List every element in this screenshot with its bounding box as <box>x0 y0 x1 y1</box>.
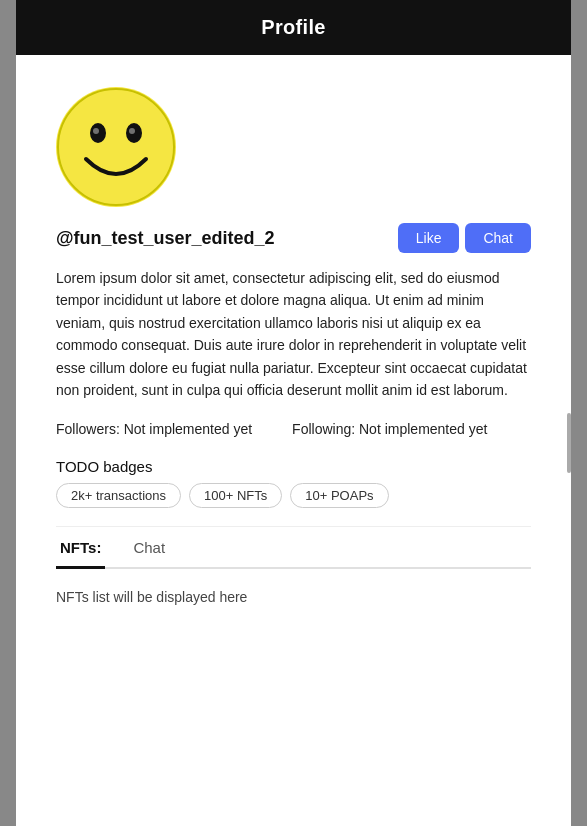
tab-nfts[interactable]: NFTs: <box>56 527 105 569</box>
svg-point-2 <box>93 128 99 134</box>
chat-button[interactable]: Chat <box>465 223 531 253</box>
badges-title: TODO badges <box>56 458 531 475</box>
scrollbar[interactable] <box>567 413 571 473</box>
tab-chat[interactable]: Chat <box>129 527 169 569</box>
followers-stat: Followers: Not implemented yet <box>56 419 252 440</box>
stats-row: Followers: Not implemented yet Following… <box>56 419 531 440</box>
username-row: @fun_test_user_edited_2 Like Chat <box>56 223 531 253</box>
profile-content: @fun_test_user_edited_2 Like Chat Lorem … <box>16 55 571 633</box>
badge-transactions: 2k+ transactions <box>56 483 181 508</box>
tabs-row: NFTs: Chat <box>56 527 531 569</box>
nfts-content: NFTs list will be displayed here <box>56 585 531 609</box>
badge-nfts: 100+ NFTs <box>189 483 282 508</box>
badges-row: 2k+ transactions 100+ NFTs 10+ POAPs <box>56 483 531 508</box>
tabs-section: NFTs: Chat NFTs list will be displayed h… <box>56 526 531 609</box>
badge-poaps: 10+ POAPs <box>290 483 388 508</box>
bio-text: Lorem ipsum dolor sit amet, consectetur … <box>56 267 531 401</box>
username: @fun_test_user_edited_2 <box>56 228 275 249</box>
like-button[interactable]: Like <box>398 223 460 253</box>
following-stat: Following: Not implemented yet <box>292 419 487 440</box>
app-container: Profile @fun_test_user_edited_2 <box>16 0 571 826</box>
badges-section: TODO badges 2k+ transactions 100+ NFTs 1… <box>56 458 531 508</box>
page-title: Profile <box>261 16 325 38</box>
page-header: Profile <box>16 0 571 55</box>
avatar-container <box>56 87 531 207</box>
svg-point-4 <box>129 128 135 134</box>
avatar <box>56 87 176 207</box>
action-buttons: Like Chat <box>398 223 531 253</box>
svg-point-0 <box>58 89 174 205</box>
avatar-image <box>56 87 176 207</box>
